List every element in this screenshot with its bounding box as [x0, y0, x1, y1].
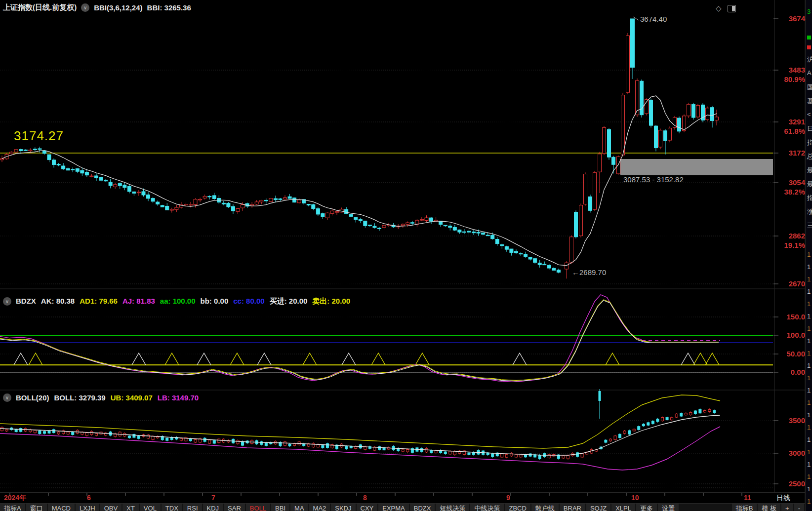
green-square-icon [807, 36, 811, 39]
boll-axis-label: 2500 [789, 479, 805, 488]
menu-item-模 板[interactable]: 模 板 [758, 504, 780, 511]
menu-item-CXY[interactable]: CXY [357, 504, 378, 511]
bdzx-values: BDZXAK: 80.38AD1: 79.66AJ: 81.83aa: 100.… [16, 297, 350, 306]
split-pane-icon[interactable] [728, 5, 736, 12]
edge-fragment: 涨 [807, 207, 812, 216]
edge-fragment: 1 [807, 473, 812, 480]
right-edge-panel: 3沪A国基<日指总最最指涨三111111111111111111111 [806, 0, 812, 511]
edge-fragment: 最 [807, 180, 812, 189]
menu-item-SKDJ[interactable]: SKDJ [331, 504, 355, 511]
period-label[interactable]: 日线 [776, 494, 790, 503]
price-axis-label: 3483 [789, 66, 805, 75]
time-axis-label[interactable]: 6 [87, 494, 91, 502]
price-axis-label: 2670 [789, 279, 805, 288]
edge-fragment: 1 [807, 498, 812, 505]
edge-fragment: 1 [807, 399, 812, 406]
menu-item-窗口[interactable]: 窗口 [26, 504, 47, 511]
boll-axis-label: 3500 [789, 416, 805, 425]
edge-fragment: 1 [807, 275, 812, 283]
menu-item-散户线[interactable]: 散户线 [531, 504, 559, 511]
menu-item-MA2[interactable]: MA2 [309, 504, 330, 511]
edge-fragment: < [807, 111, 812, 118]
indicator-field: AJ: 81.83 [122, 297, 155, 306]
chart-header: 上证指数(日线.前复权) ∨ BBI(3,6,12,24) BBI: 3265.… [3, 3, 191, 12]
edge-fragment: 1 [807, 448, 812, 456]
edge-fragment: 1 [807, 313, 812, 320]
menu-item-XT[interactable]: XT [122, 504, 139, 511]
menu-item-SQJZ[interactable]: SQJZ [586, 504, 610, 511]
time-axis-label[interactable]: 7 [211, 494, 215, 502]
bdzx-header: ∨ BDZXAK: 80.38AD1: 79.66AJ: 81.83aa: 10… [3, 297, 350, 306]
price-axis-label: 2862 [789, 232, 805, 240]
menu-item-BOLL[interactable]: BOLL [246, 504, 270, 511]
price-axis-label: 3291 [789, 118, 805, 126]
indicator-value: BBI: 3265.36 [147, 3, 191, 12]
menu-item-设置[interactable]: 设置 [658, 504, 679, 511]
indicator-field: LB: 3149.70 [158, 393, 199, 402]
indicator-field: aa: 100.00 [160, 297, 196, 306]
menu-item-KDJ[interactable]: KDJ [203, 504, 223, 511]
low-annotation: ←2689.70 [572, 268, 606, 276]
indicator-field: AD1: 79.66 [80, 297, 118, 306]
bdzx-axis-label: 150.0 [786, 313, 805, 321]
menu-item-OBV[interactable]: OBV [100, 504, 122, 511]
chevron-down-icon[interactable]: ∨ [3, 393, 11, 402]
indicator-field: cc: 80.00 [233, 297, 264, 306]
menu-item-指标A[interactable]: 指标A [0, 504, 25, 511]
menu-item-RSI[interactable]: RSI [183, 504, 202, 511]
menu-item--[interactable]: - [794, 504, 804, 511]
menu-item-中线决策[interactable]: 中线决策 [470, 504, 504, 511]
menu-item-BDZX[interactable]: BDZX [410, 504, 435, 511]
indicator-name[interactable]: BBI(3,6,12,24) [94, 3, 142, 12]
time-axis-label[interactable]: 11 [744, 494, 751, 502]
edge-fragment: 1 [807, 325, 812, 332]
menu-item-MACD[interactable]: MACD [48, 504, 75, 511]
menu-item-SAR[interactable]: SAR [224, 504, 245, 511]
symbol-title: 上证指数(日线.前复权) [3, 3, 77, 12]
time-axis-label[interactable]: 10 [631, 494, 639, 502]
menu-item-LXJH[interactable]: LXJH [76, 504, 99, 511]
chevron-down-icon[interactable]: ∨ [81, 3, 89, 12]
diamond-icon[interactable]: ◇ [716, 4, 722, 13]
edge-fragment: 最 [807, 166, 812, 175]
menu-item-+[interactable]: + [781, 504, 793, 511]
menu-item-EXPMA[interactable]: EXPMA [378, 504, 409, 511]
edge-fragment: 指 [807, 194, 812, 202]
menu-item-MA[interactable]: MA [290, 504, 308, 511]
time-axis-label[interactable]: 8 [363, 494, 367, 502]
price-axis-label: 3172 [789, 149, 805, 157]
boll-axis-label: 3000 [789, 449, 805, 458]
edge-fragment: 1 [807, 485, 812, 493]
price-axis-label: 3674 [789, 14, 805, 23]
menu-item-BBI[interactable]: BBI [271, 504, 289, 511]
time-axis-label[interactable]: 9 [506, 494, 510, 502]
menu-item-BRAR[interactable]: BRAR [560, 504, 585, 511]
indicator-field: BDZX [16, 297, 36, 306]
edge-fragment: 1 [807, 436, 812, 443]
menu-item-XLPL[interactable]: XLPL [611, 504, 635, 511]
edge-fragment: 1 [807, 288, 812, 295]
edge-fragment: 1 [807, 337, 812, 345]
edge-fragment: 总 [807, 152, 812, 161]
bdzx-axis-label: 50.00 [786, 350, 805, 358]
menu-item-指标B[interactable]: 指标B [732, 504, 757, 511]
edge-fragment: 1 [807, 362, 812, 369]
boll-values: BOLL(20)BOLL: 3279.39UB: 3409.07LB: 3149… [16, 393, 199, 402]
chevron-down-icon[interactable]: ∨ [3, 297, 11, 306]
price-alert-label: 3174.27 [14, 128, 64, 144]
indicator-field: UB: 3409.07 [111, 393, 153, 402]
edge-fragment: 1 [807, 387, 812, 394]
chart-canvas[interactable] [0, 0, 812, 511]
menu-item-TDX[interactable]: TDX [162, 504, 182, 511]
edge-fragment: 1 [807, 263, 812, 271]
red-square-icon [807, 45, 811, 49]
menu-item-VOL[interactable]: VOL [140, 504, 161, 511]
edge-fragment: 1 [807, 424, 812, 431]
menu-item-短线决策[interactable]: 短线决策 [436, 504, 469, 511]
indicator-field: BOLL(20) [16, 393, 49, 402]
edge-fragment: 1 [807, 251, 812, 258]
menu-item-更多[interactable]: 更多 [636, 504, 657, 511]
menu-item-ZBCD[interactable]: ZBCD [505, 504, 530, 511]
time-axis-label[interactable]: 2024年 [4, 494, 26, 503]
edge-fragment: 1 [807, 374, 812, 382]
